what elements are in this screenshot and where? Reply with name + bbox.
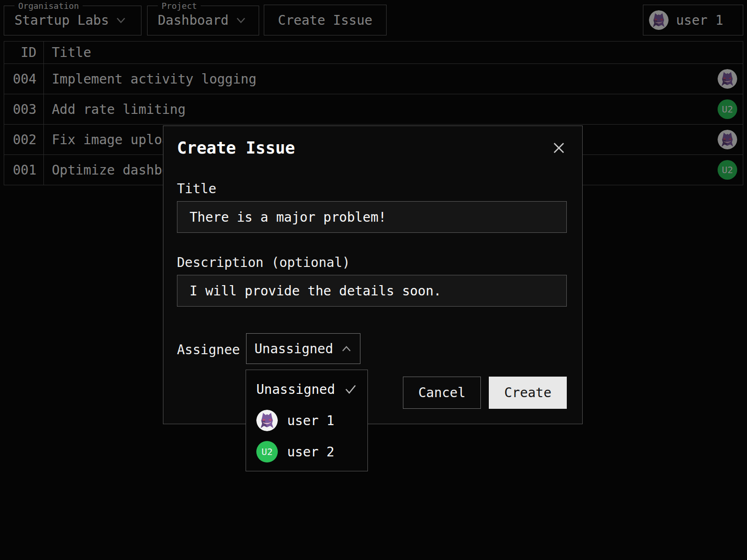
menu-item-label: user 1 <box>287 413 334 428</box>
description-input[interactable] <box>177 275 567 307</box>
create-button[interactable]: Create <box>489 377 567 409</box>
title-input[interactable] <box>177 201 567 233</box>
close-button[interactable] <box>552 141 565 154</box>
check-icon <box>345 384 357 394</box>
description-field-label: Description (optional) <box>177 255 350 270</box>
assignee-field-label: Assignee <box>177 342 240 357</box>
menu-item-unassigned[interactable]: Unassigned <box>246 374 367 404</box>
modal-title: Create Issue <box>177 139 295 157</box>
menu-item-user2[interactable]: U2 user 2 <box>246 437 367 467</box>
user1-monster-avatar-icon <box>256 410 278 431</box>
chevron-up-icon <box>342 346 351 352</box>
issue-tracker-app: Organisation Startup Labs Project Dashbo… <box>0 0 747 560</box>
menu-item-label: user 2 <box>287 444 334 460</box>
create-issue-modal: Create Issue Title Description (optional… <box>163 126 583 424</box>
menu-item-label: Unassigned <box>256 382 335 397</box>
assignee-selected-value: Unassigned <box>254 341 333 357</box>
cancel-button[interactable]: Cancel <box>403 377 481 409</box>
close-icon <box>552 141 565 154</box>
assignee-dropdown-menu: Unassigned user 1 U2 user 2 <box>246 370 368 471</box>
assignee-select[interactable]: Unassigned <box>246 333 360 364</box>
menu-item-user1[interactable]: user 1 <box>246 406 367 435</box>
user2-badge-avatar: U2 <box>256 441 278 462</box>
title-field-label: Title <box>177 181 216 196</box>
